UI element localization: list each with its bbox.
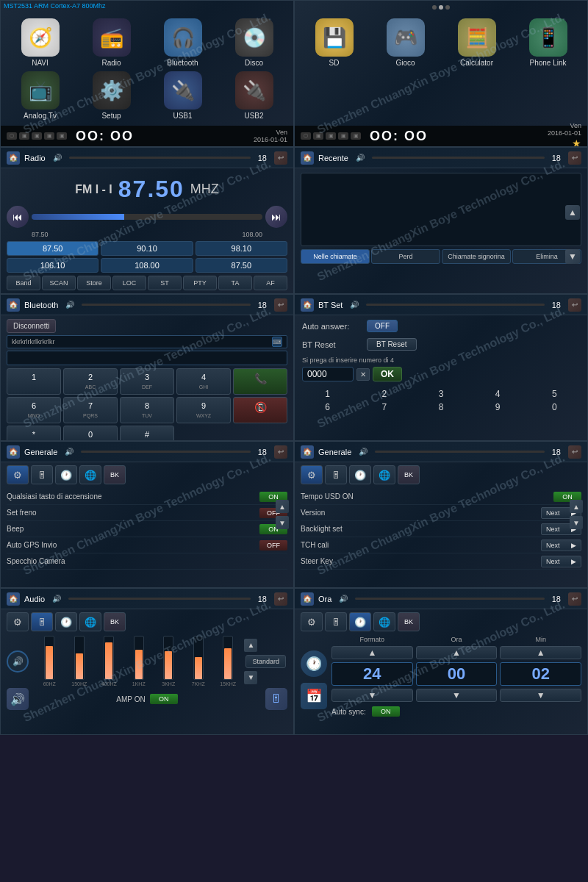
ora-ora-down[interactable]: ▼ <box>416 689 498 702</box>
numpad-8[interactable]: 8TUV <box>120 397 174 423</box>
bt-home-btn[interactable]: 🏠 <box>7 298 20 312</box>
gen-r-row-4-next[interactable]: Next▶ <box>541 556 581 567</box>
eq-bar-outer-0[interactable] <box>44 636 54 680</box>
ora-tab-bk[interactable]: BK <box>398 612 420 631</box>
radio-store-btn[interactable]: Store <box>77 276 111 290</box>
numpad-call[interactable]: 📞 <box>233 368 287 395</box>
ora-back-btn[interactable]: ↩ <box>568 592 581 606</box>
gen-r-row-3-next[interactable]: Next▶ <box>541 539 581 551</box>
recente-vol-slider[interactable] <box>372 157 545 159</box>
numpad-2[interactable]: 2ABC <box>63 368 118 395</box>
gen-r-tab-settings[interactable]: ⚙ <box>301 465 323 484</box>
radio-home-btn[interactable]: 🏠 <box>7 151 20 165</box>
ora-home-btn[interactable]: 🏠 <box>301 592 314 606</box>
numpad-1[interactable]: 1 <box>7 368 61 395</box>
menu-item-sd[interactable]: 💾 SD <box>301 18 368 67</box>
numpad-hash[interactable]: # <box>120 426 174 441</box>
ora-min-down[interactable]: ▼ <box>500 689 581 702</box>
eq-bar-outer-1[interactable] <box>74 636 85 680</box>
menu-item-bluetooth[interactable]: 🎧 Bluetooth <box>149 18 216 67</box>
ora-formato-up[interactable]: ▲ <box>331 646 413 659</box>
ora-tab-eq[interactable]: 🎚 <box>325 612 347 631</box>
eq-scroll-down[interactable]: ▼ <box>244 671 257 684</box>
ora-sync-toggle[interactable]: ON <box>372 706 400 717</box>
audio-tab-clock[interactable]: 🕐 <box>55 612 77 631</box>
eq-standard-btn[interactable]: Standard <box>245 655 286 668</box>
audio-back-btn[interactable]: ↩ <box>274 592 287 606</box>
numpad-9[interactable]: 9WXYZ <box>176 397 231 423</box>
radio-preset-2[interactable]: 98.10 <box>196 241 287 256</box>
gen-right-vol-slider[interactable] <box>375 451 544 453</box>
ora-tab-clock[interactable]: 🕐 <box>349 612 371 631</box>
bt-vol-slider[interactable] <box>82 304 250 306</box>
numpad-7[interactable]: 7PQRS <box>63 397 118 423</box>
radio-preset-0[interactable]: 87.50 <box>7 241 98 256</box>
amp-toggle[interactable]: ON <box>150 694 178 704</box>
radio-pty-btn[interactable]: PTY <box>183 276 217 290</box>
radio-scan-btn[interactable]: SCAN <box>42 276 76 290</box>
audio-tab-eq[interactable]: 🎚 <box>31 612 53 631</box>
numpad-3[interactable]: 3DEF <box>120 368 174 395</box>
ora-vol-slider[interactable] <box>355 598 544 600</box>
audio-home-btn[interactable]: 🏠 <box>7 592 20 606</box>
eq-bar-outer-3[interactable] <box>134 636 144 680</box>
recente-back-btn[interactable]: ↩ <box>568 151 581 165</box>
audio-tab-globe[interactable]: 🌐 <box>79 612 101 631</box>
eq-volume-knob[interactable]: 🔊 <box>7 650 29 673</box>
btset-reset-btn[interactable]: BT Reset <box>367 338 417 351</box>
gen-right-back-btn[interactable]: ↩ <box>568 445 581 459</box>
scroll-down-gen-l[interactable]: ▼ <box>276 516 289 529</box>
btset-back-btn[interactable]: ↩ <box>568 298 581 312</box>
radio-band-btn[interactable]: Band <box>7 276 40 290</box>
menu-item-usb1[interactable]: 🔌 USB1 <box>149 71 216 120</box>
gen-left-home-btn[interactable]: 🏠 <box>7 445 20 459</box>
ora-tab-globe[interactable]: 🌐 <box>373 612 395 631</box>
numpad-end[interactable]: 📵 <box>233 397 287 423</box>
ora-ora-up[interactable]: ▲ <box>416 646 498 659</box>
numpad-6[interactable]: 6MNO <box>7 397 61 423</box>
numpad-star[interactable]: * <box>7 426 61 441</box>
scroll-up-gen-r[interactable]: ▲ <box>570 500 583 513</box>
radio-preset-3[interactable]: 106.10 <box>7 258 98 273</box>
numpad-0[interactable]: 0 <box>63 426 118 441</box>
radio-st-btn[interactable]: ST <box>148 276 182 290</box>
gen-r-tab-eq[interactable]: 🎚 <box>325 465 347 484</box>
recente-home-btn[interactable]: 🏠 <box>301 151 314 165</box>
ora-tab-settings[interactable]: ⚙ <box>301 612 323 631</box>
gen-tab-eq[interactable]: 🎚 <box>31 465 53 484</box>
menu-item-atv[interactable]: 📺 Analog Tv <box>7 71 74 120</box>
btset-pin-input[interactable] <box>302 367 354 381</box>
gen-tab-clock[interactable]: 🕐 <box>55 465 77 484</box>
radio-back-btn[interactable]: ↩ <box>274 151 287 165</box>
recente-tab-1[interactable]: Perd <box>371 249 440 264</box>
gen-left-back-btn[interactable]: ↩ <box>274 445 287 459</box>
menu-item-usb2[interactable]: 🔌 USB2 <box>220 71 287 120</box>
gen-r-tab-globe[interactable]: 🌐 <box>373 465 395 484</box>
radio-preset-5[interactable]: 87.50 <box>196 258 287 273</box>
gen-tab-globe[interactable]: 🌐 <box>79 465 101 484</box>
btset-home-btn[interactable]: 🏠 <box>301 298 314 312</box>
numpad-4[interactable]: 4GHI <box>176 368 231 395</box>
gen-right-home-btn[interactable]: 🏠 <box>301 445 314 459</box>
btset-vol-slider[interactable] <box>366 304 544 306</box>
audio-tab-settings[interactable]: ⚙ <box>7 612 29 631</box>
menu-item-radio[interactable]: 📻 Radio <box>78 18 145 67</box>
radio-preset-4[interactable]: 108.00 <box>101 258 193 273</box>
gen-r-tab-clock[interactable]: 🕐 <box>349 465 371 484</box>
recente-tab-2[interactable]: Chiamate signorina <box>442 249 511 264</box>
gen-tab-bk[interactable]: BK <box>104 465 126 484</box>
eq-bar-outer-2[interactable] <box>104 636 114 680</box>
radio-preset-1[interactable]: 90.10 <box>101 241 193 256</box>
btset-clear-btn[interactable]: ✕ <box>356 368 370 381</box>
btset-ok-btn[interactable]: OK <box>373 367 402 381</box>
scroll-up-btn[interactable]: ▲ <box>565 205 580 220</box>
menu-item-phonelink[interactable]: 📱 Phone Link <box>514 18 581 67</box>
scroll-down-gen-r[interactable]: ▼ <box>570 516 583 529</box>
radio-ta-btn[interactable]: TA <box>218 276 252 290</box>
scroll-up-gen-l[interactable]: ▲ <box>276 500 289 513</box>
radio-vol-slider[interactable] <box>69 157 251 159</box>
bt-back-btn[interactable]: ↩ <box>274 298 287 312</box>
menu-item-navi[interactable]: 🧭 NAVI <box>7 18 74 67</box>
menu-item-setup[interactable]: ⚙️ Setup <box>78 71 145 120</box>
radio-prev-btn[interactable]: ⏮ <box>7 206 29 228</box>
